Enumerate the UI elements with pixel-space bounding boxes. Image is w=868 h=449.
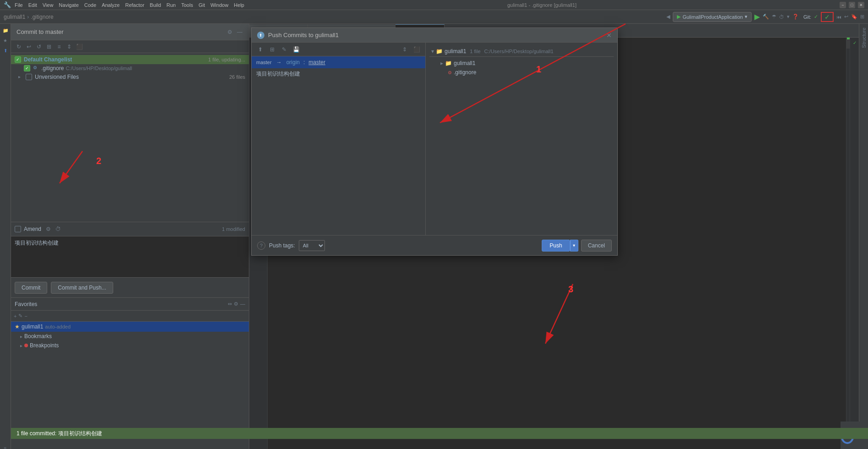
collapse-all-icon[interactable]: ⬛ xyxy=(75,43,83,51)
changelist-name: Default Changelist xyxy=(24,56,208,63)
coverage-icon[interactable]: ☂ xyxy=(772,14,776,20)
git-label: Git: xyxy=(803,14,811,20)
favorites-close-icon[interactable]: — xyxy=(240,301,245,307)
fav-edit-icon[interactable]: ✎ xyxy=(18,313,22,319)
changelist-checkbox[interactable]: ✓ xyxy=(15,56,21,63)
scrollbar-thumb xyxy=(846,39,850,49)
git-check-icon[interactable]: ✓ xyxy=(814,14,818,20)
commit-panel-header-icons: ⚙ — xyxy=(226,28,243,36)
favorites-settings-icon[interactable]: ⚙ xyxy=(234,301,238,307)
revert-icon[interactable]: ↺ xyxy=(35,43,43,51)
favorite-gulimall1[interactable]: ★ gulimall1 auto-added xyxy=(11,322,249,332)
push-dialog-left: ⬆ ⊞ ✎ 💾 ⇕ ⬛ master → origin : master 项目初… xyxy=(252,43,426,235)
push-button[interactable]: Push xyxy=(542,240,570,252)
undo-icon[interactable]: ↩ xyxy=(844,14,848,20)
push-group-icon[interactable]: ⊞ xyxy=(267,44,277,55)
more-run-icon[interactable]: ▾ xyxy=(787,14,790,20)
editor-scrollbar[interactable] xyxy=(846,38,850,449)
commit-list-item-1[interactable]: 项目初识结构创建 xyxy=(252,68,425,80)
menu-code[interactable]: Code xyxy=(84,2,96,8)
commit-message-area[interactable]: 项目初识结构创建 xyxy=(11,236,249,278)
fav-breakpoints[interactable]: ▸ Breakpoints xyxy=(11,341,249,350)
profile-icon[interactable]: ⏱ xyxy=(779,14,784,20)
run-button[interactable]: ▶ xyxy=(754,12,760,21)
cancel-push-button[interactable]: Cancel xyxy=(581,240,612,252)
menu-refactor[interactable]: Refactor xyxy=(125,2,144,8)
layout-icon[interactable]: ⊞ xyxy=(860,14,864,20)
push-add-remote-icon[interactable]: ⬆ xyxy=(255,44,265,55)
favorites-expand-icon[interactable]: ⇔ xyxy=(228,301,232,307)
menu-git[interactable]: Git xyxy=(198,2,205,8)
push-dropdown-arrow[interactable]: ▾ xyxy=(570,240,578,252)
structure-label[interactable]: Structure xyxy=(860,24,868,52)
push-save-icon[interactable]: 💾 xyxy=(291,44,301,55)
minimize-btn[interactable]: − xyxy=(840,2,846,8)
push-file-item[interactable]: ▸ 📁 gulimall1 xyxy=(429,59,614,68)
commit-and-push-button[interactable]: Commit and Push... xyxy=(51,282,113,294)
file-folder-icon: 📁 xyxy=(445,60,452,66)
menu-build[interactable]: Build xyxy=(150,2,161,8)
title-bar: 🔧 File Edit View Navigate Code Analyze R… xyxy=(0,0,868,10)
menu-tools[interactable]: Tools xyxy=(181,2,193,8)
push-collapse-icon[interactable]: ⬛ xyxy=(412,44,422,55)
history-icon[interactable]: ⏮ xyxy=(836,14,841,20)
repo-expand-icon[interactable]: ▾ xyxy=(431,48,434,55)
diff-icon[interactable]: ⊞ xyxy=(45,43,53,51)
branch-master[interactable]: master → origin : master xyxy=(252,56,425,68)
push-gitignore-item[interactable]: ⚙ .gitignore xyxy=(429,68,614,77)
commit-button[interactable]: Commit xyxy=(15,282,47,294)
right-side-panel: Structure Favorites xyxy=(859,24,868,449)
fav-remove-icon[interactable]: − xyxy=(24,313,27,319)
fav-add-icon[interactable]: + xyxy=(14,313,16,319)
changelist-badge: 1 file, updating... xyxy=(208,57,245,62)
minimize-panel-icon[interactable]: — xyxy=(236,28,243,36)
fav-project-badge: auto-added xyxy=(45,324,71,329)
menu-edit[interactable]: Edit xyxy=(28,2,37,8)
menu-window[interactable]: Window xyxy=(210,2,228,8)
push-edit-icon[interactable]: ✎ xyxy=(279,44,289,55)
menu-file[interactable]: File xyxy=(15,2,23,8)
menu-analyze[interactable]: Analyze xyxy=(102,2,120,8)
menu-view[interactable]: View xyxy=(43,2,54,8)
back-icon[interactable]: ◀ xyxy=(666,14,670,20)
refresh-changes-icon[interactable]: ↻ xyxy=(15,43,23,51)
run-toolbar: ◀ ▶ GulimallProductApplication ▾ ▶ 🔨 ☂ ⏱… xyxy=(663,12,868,22)
unversioned-header[interactable]: ▸ Unversioned Files 26 files xyxy=(11,72,249,82)
push-expand-icon[interactable]: ⇕ xyxy=(400,44,410,55)
push-dialog-body: ⬆ ⊞ ✎ 💾 ⇕ ⬛ master → origin : master 项目初… xyxy=(252,43,617,235)
push-tags-select[interactable]: All None Ask xyxy=(299,240,325,251)
git-side-icon[interactable]: ⬆ xyxy=(1,46,10,55)
project-icon[interactable]: 📁 xyxy=(1,26,10,35)
menu-navigate[interactable]: Navigate xyxy=(59,2,78,8)
file-checkbox[interactable]: ✓ xyxy=(24,65,30,71)
amend-history-icon[interactable]: ⏱ xyxy=(54,225,62,233)
amend-checkbox[interactable] xyxy=(15,226,21,232)
repo-path: C:/Users/HP/Desktop/gulimall1 xyxy=(484,49,554,54)
push-dialog-close[interactable]: ✕ xyxy=(606,32,612,39)
build-icon[interactable]: 🔨 xyxy=(763,14,769,20)
file-item-gitignore[interactable]: ✓ ⚙ .gitignore C:/Users/HP/Desktop/gulim… xyxy=(11,64,249,72)
settings-icon[interactable]: ⚙ xyxy=(226,28,233,36)
expand-all-icon[interactable]: ⇕ xyxy=(65,43,73,51)
help-icon-header[interactable]: ❓ xyxy=(792,14,799,20)
structure-side-icon[interactable]: ≡ xyxy=(1,444,10,449)
unversioned-checkbox[interactable] xyxy=(26,74,32,80)
menu-help[interactable]: Help xyxy=(234,2,244,8)
default-changelist-header[interactable]: ✓ Default Changelist 1 file, updating... xyxy=(11,55,249,64)
bookmark-side-icon[interactable]: ★ xyxy=(1,36,10,45)
menu-run[interactable]: Run xyxy=(166,2,176,8)
fav-bookmarks[interactable]: ▸ Bookmarks xyxy=(11,332,249,341)
push-dialog-footer: ? Push tags: All None Ask Push ▾ Cancel xyxy=(252,235,617,255)
bookmark-icon[interactable]: 🔖 xyxy=(851,14,857,20)
commit-panel-header: Commit to master ⚙ — xyxy=(11,24,249,40)
app-logo: 🔧 xyxy=(4,1,11,8)
group-icon[interactable]: ≡ xyxy=(55,43,63,51)
close-btn[interactable]: ✕ xyxy=(858,2,864,8)
undo-changes-icon[interactable]: ↩ xyxy=(25,43,33,51)
amend-settings-icon[interactable]: ⚙ xyxy=(44,225,52,233)
push-help-icon[interactable]: ? xyxy=(257,241,265,250)
commit-checkmark-btn[interactable]: ✓ xyxy=(821,12,834,22)
maximize-btn[interactable]: □ xyxy=(849,2,855,8)
run-config-dropdown[interactable]: ▶ GulimallProductApplication ▾ xyxy=(673,12,751,22)
notification-bar: 1 file committed: 项目初识结构创建 xyxy=(11,428,868,439)
